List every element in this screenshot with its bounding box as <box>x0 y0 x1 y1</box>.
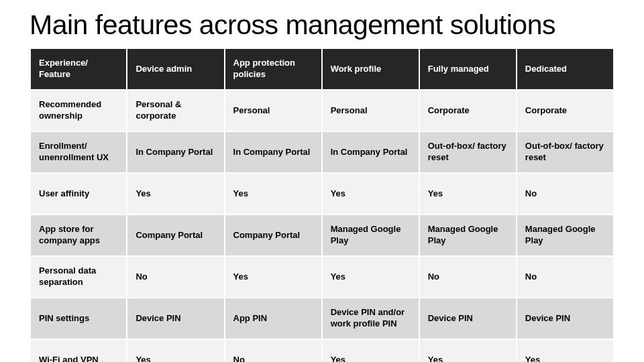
cell: Yes <box>419 173 517 215</box>
cell: In Company Portal <box>127 131 224 173</box>
cell: Yes <box>127 173 224 215</box>
cell: No <box>127 256 224 298</box>
table-row: App store for company apps Company Porta… <box>30 215 614 256</box>
features-table: Experience/ Feature Device admin App pro… <box>30 48 614 362</box>
cell: Yes <box>322 256 419 298</box>
row-header: User affinity <box>30 173 127 215</box>
table-row: User affinity Yes Yes Yes Yes No <box>30 173 614 215</box>
col-header: App protection policies <box>225 48 322 90</box>
cell: Yes <box>419 339 517 362</box>
row-header: PIN settings <box>30 298 127 339</box>
cell: Personal <box>225 90 322 131</box>
table-row: Wi-Fi and VPN Yes No Yes Yes Yes <box>30 339 614 362</box>
table-header-row: Experience/ Feature Device admin App pro… <box>30 48 614 90</box>
page-title: Main features across management solution… <box>30 9 614 41</box>
col-header: Device admin <box>127 48 224 90</box>
cell: Personal & corporate <box>127 90 224 131</box>
cell: Yes <box>517 339 614 362</box>
row-header: App store for company apps <box>30 215 127 256</box>
cell: Yes <box>127 339 224 362</box>
cell: Company Portal <box>225 215 322 256</box>
table-row: PIN settings Device PIN App PIN Device P… <box>30 298 614 339</box>
cell: Out-of-box/ factory reset <box>517 131 614 173</box>
cell: Personal <box>322 90 419 131</box>
cell: Yes <box>322 173 419 215</box>
cell: In Company Portal <box>225 131 322 173</box>
cell: Managed Google Play <box>322 215 419 256</box>
cell: Out-of-box/ factory reset <box>419 131 517 173</box>
cell: Managed Google Play <box>517 215 614 256</box>
table-row: Enrollment/ unenrollment UX In Company P… <box>30 131 614 173</box>
cell: Managed Google Play <box>419 215 517 256</box>
cell: Corporate <box>517 90 614 131</box>
col-header: Experience/ Feature <box>30 48 127 90</box>
cell: Device PIN and/or work profile PIN <box>322 298 419 339</box>
cell: No <box>419 256 517 298</box>
col-header: Dedicated <box>517 48 614 90</box>
col-header: Work profile <box>322 48 419 90</box>
cell: Corporate <box>419 90 517 131</box>
cell: Yes <box>225 173 322 215</box>
row-header: Recommended ownership <box>30 90 127 131</box>
cell: Yes <box>322 339 419 362</box>
cell: Device PIN <box>419 298 517 339</box>
cell: No <box>517 256 614 298</box>
cell: Company Portal <box>127 215 224 256</box>
table-row: Personal data separation No Yes Yes No N… <box>30 256 614 298</box>
cell: Yes <box>225 256 322 298</box>
row-header: Personal data separation <box>30 256 127 298</box>
cell: Device PIN <box>127 298 224 339</box>
cell: App PIN <box>225 298 322 339</box>
table-row: Recommended ownership Personal & corpora… <box>30 90 614 131</box>
col-header: Fully managed <box>419 48 517 90</box>
cell: No <box>517 173 614 215</box>
cell: No <box>225 339 322 362</box>
row-header: Enrollment/ unenrollment UX <box>30 131 127 173</box>
row-header: Wi-Fi and VPN <box>30 339 127 362</box>
cell: Device PIN <box>517 298 614 339</box>
cell: In Company Portal <box>322 131 419 173</box>
